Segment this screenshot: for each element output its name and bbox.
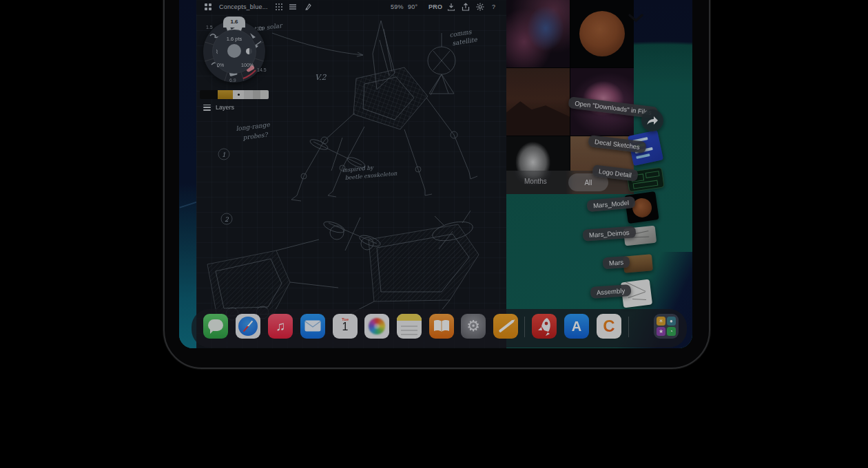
dock-divider-2 (628, 317, 629, 337)
swatch-gold[interactable] (218, 90, 233, 99)
photos-app-window[interactable]: Months All (506, 0, 634, 194)
photo-horsehead-nebula[interactable] (506, 0, 570, 67)
photos-app-icon[interactable] (364, 314, 389, 339)
envelope-icon (304, 320, 321, 332)
brush-size-s: 6.9 (229, 78, 236, 83)
annotation-number-2: 2 (225, 216, 229, 223)
brush-wheel-center[interactable]: 1.6 pts ⌇ 0% 100% (212, 30, 256, 74)
mail-app-icon[interactable] (300, 314, 325, 339)
annotation-version: V.2 (315, 73, 327, 82)
brush-size-ne: 3.5 (257, 26, 264, 31)
brush-color-preview[interactable] (227, 44, 241, 58)
share-icon[interactable] (462, 3, 470, 11)
brush-points-label: 1.6 pts (212, 36, 256, 42)
speech-bubble-icon (208, 319, 223, 331)
c-glyph: C (603, 317, 614, 336)
swatch-lightgray-selected[interactable] (233, 90, 244, 99)
appstore-a-glyph: A (572, 319, 581, 334)
c-logo-app-icon[interactable]: C (597, 314, 621, 339)
dock: ♫ Tue 1 ⚙ A C ☀ ● ★ ◔ (192, 309, 687, 348)
pro-badge[interactable]: PRO (428, 3, 442, 10)
dock-divider-1 (524, 317, 525, 337)
open-book-icon (433, 319, 450, 333)
help-button[interactable]: ? (492, 3, 495, 10)
safari-app-icon[interactable] (236, 314, 260, 339)
concepts-app-window[interactable]: Concepts_blue... 59% 90° PRO ? (196, 0, 506, 348)
app-store-icon[interactable]: A (564, 314, 589, 339)
swatch-black[interactable] (200, 90, 218, 99)
ipad-screen: Concepts_blue... 59% 90° PRO ? (179, 0, 692, 348)
segment-months[interactable]: Months (524, 178, 547, 185)
layers-menu-icon (203, 105, 211, 111)
forward-arrow-icon (646, 115, 659, 126)
annotation-probes-2: probes? (242, 131, 269, 142)
dots-grid-icon[interactable] (275, 3, 283, 11)
brush-wheel[interactable]: 1.6 1.6 pts ⌇ 0% 100% (203, 21, 265, 83)
mini-clock-icon: ◔ (667, 327, 676, 336)
photo-mars-ridge[interactable] (506, 68, 570, 136)
color-swatch-strip[interactable] (200, 90, 269, 99)
download-icon[interactable] (447, 3, 455, 11)
calendar-day: 1 (333, 321, 358, 332)
settings-app-icon[interactable]: ⚙ (461, 314, 486, 339)
layers-button[interactable]: Layers (203, 104, 234, 111)
brush-size-nw: 1.5 (206, 25, 213, 30)
app-library-icon[interactable]: ☀ ● ★ ◔ (654, 314, 679, 339)
rocket-app-icon[interactable] (532, 314, 557, 339)
pen-icon (499, 319, 515, 332)
photos-flower-icon (369, 318, 385, 334)
messages-app-icon[interactable] (203, 314, 228, 339)
app-grid-icon[interactable] (204, 3, 212, 11)
annotation-probes-1: long-range (236, 121, 271, 132)
drop-forward-badge (641, 109, 663, 131)
opacity-icon (246, 48, 252, 54)
pen-tool-icon[interactable] (304, 3, 312, 11)
layers-stack-icon[interactable] (289, 3, 297, 11)
zoom-level[interactable]: 59% (391, 3, 404, 10)
mini-tips-icon: ☀ (657, 317, 665, 326)
smoothing-icon: ⌇ (216, 49, 218, 55)
opacity-max: 100% (241, 63, 254, 67)
document-title[interactable]: Concepts_blue... (219, 3, 268, 10)
books-app-icon[interactable] (429, 314, 454, 339)
gear-icon: ⚙ (466, 317, 480, 335)
swatch-gray-1[interactable] (244, 90, 253, 99)
notes-app-icon[interactable] (397, 314, 422, 339)
annotation-number-1: 1 (222, 151, 226, 158)
mars-ridge-hill (506, 94, 570, 136)
brush-size-se: 14.5 (257, 67, 267, 72)
calendar-app-icon[interactable]: Tue 1 (333, 314, 358, 339)
chevron-down-icon[interactable] (628, 12, 644, 23)
swatch-gray-3[interactable] (260, 90, 269, 99)
layers-label: Layers (216, 104, 234, 111)
music-note-icon: ♫ (276, 319, 285, 334)
opacity-min: 0% (217, 63, 224, 67)
notes-header (397, 314, 422, 321)
settings-gear-icon[interactable] (476, 3, 484, 11)
mini-camera-icon: ● (667, 317, 676, 326)
photo-mars-globe[interactable] (570, 0, 634, 67)
concepts-app-icon[interactable] (493, 314, 518, 339)
rotation-angle[interactable]: 90° (408, 3, 417, 10)
selected-brush-size[interactable]: 1.6 (223, 17, 245, 28)
rocket-icon (532, 314, 557, 339)
swatch-gray-2[interactable] (253, 90, 260, 99)
music-app-icon[interactable]: ♫ (268, 314, 293, 339)
mini-star-icon: ★ (657, 327, 665, 336)
drag-label-mars[interactable]: Mars (602, 256, 630, 270)
mars-globe-sphere (579, 11, 625, 56)
